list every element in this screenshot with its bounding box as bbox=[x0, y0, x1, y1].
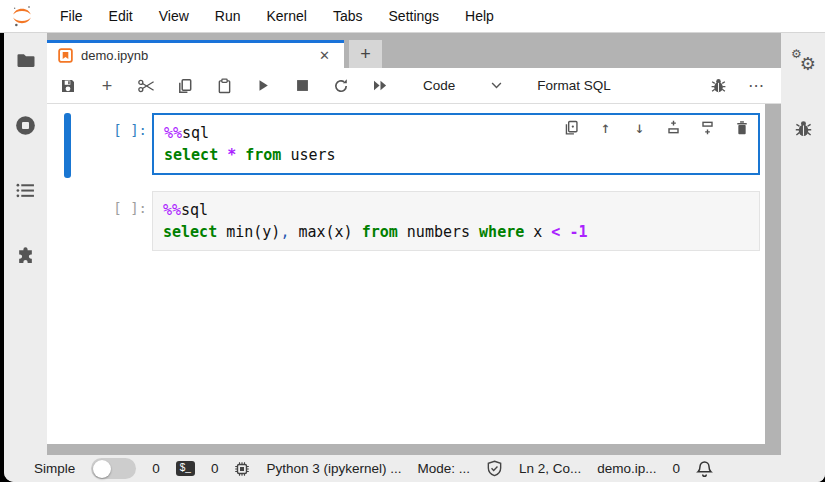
restart-kernel-icon[interactable] bbox=[332, 77, 350, 95]
run-icon[interactable] bbox=[254, 77, 272, 95]
toggle-knob bbox=[93, 460, 111, 478]
running-kernels-icon[interactable] bbox=[12, 111, 40, 139]
more-commands-icon[interactable]: ⋯ bbox=[748, 76, 765, 95]
dock-panel: demo.ipynb ✕ + + bbox=[47, 33, 781, 455]
kernel-status[interactable]: Python 3 (ipykernel) ... bbox=[266, 461, 401, 476]
menu-help[interactable]: Help bbox=[452, 8, 507, 24]
code-cell-editor[interactable]: %%sqlselect min(y), max(x) from numbers … bbox=[152, 191, 760, 251]
tab-bar: demo.ipynb ✕ + bbox=[47, 33, 781, 68]
simple-mode-label: Simple bbox=[34, 461, 75, 476]
menu-file[interactable]: File bbox=[47, 8, 96, 24]
menu-run[interactable]: Run bbox=[202, 8, 254, 24]
copy-icon[interactable] bbox=[176, 77, 194, 95]
move-cell-up-icon[interactable]: ↑ bbox=[597, 119, 614, 136]
terminals-count[interactable]: 0 bbox=[152, 461, 160, 476]
left-sidebar bbox=[4, 33, 47, 455]
file-browser-icon[interactable] bbox=[12, 46, 40, 74]
bell-icon[interactable] bbox=[696, 460, 713, 478]
add-cell-icon[interactable]: + bbox=[98, 77, 116, 95]
duplicate-cell-icon[interactable] bbox=[563, 119, 580, 136]
jupyter-logo-icon bbox=[7, 3, 37, 29]
plus-icon: + bbox=[360, 44, 371, 65]
debugger-icon[interactable] bbox=[789, 114, 817, 142]
save-icon[interactable] bbox=[59, 77, 77, 95]
cell-type-dropdown[interactable]: Code bbox=[423, 78, 502, 93]
insert-cell-above-icon[interactable] bbox=[665, 119, 682, 136]
notebook-toolbar: + bbox=[47, 68, 781, 104]
terminal-icon[interactable]: $_ bbox=[176, 461, 195, 476]
bug-toggle-icon[interactable] bbox=[709, 77, 727, 95]
notebook-panel: [ ]: %%sqlselect * from users ↑ ↓ bbox=[47, 104, 765, 444]
active-file-status[interactable]: demo.ip... bbox=[597, 461, 656, 476]
table-of-contents-icon[interactable] bbox=[12, 176, 40, 204]
tab-close-icon[interactable]: ✕ bbox=[315, 48, 334, 63]
trust-shield-icon bbox=[486, 460, 503, 477]
new-tab-button[interactable]: + bbox=[349, 40, 382, 68]
kernel-chip-icon[interactable] bbox=[234, 461, 250, 477]
kernels-count[interactable]: 0 bbox=[211, 461, 219, 476]
paste-icon[interactable] bbox=[215, 77, 233, 95]
right-sidebar: ⚙⚙ bbox=[781, 33, 825, 455]
simple-mode-toggle[interactable] bbox=[91, 458, 136, 479]
move-cell-down-icon[interactable]: ↓ bbox=[631, 119, 648, 136]
command-mode-status[interactable]: Mode: ... bbox=[417, 461, 470, 476]
menu-kernel[interactable]: Kernel bbox=[253, 8, 319, 24]
menu-settings[interactable]: Settings bbox=[376, 8, 453, 24]
cell-input-prompt: [ ]: bbox=[83, 119, 147, 141]
cell-input-prompt: [ ]: bbox=[83, 197, 147, 219]
delete-cell-icon[interactable] bbox=[733, 119, 750, 136]
cut-icon[interactable] bbox=[137, 77, 155, 95]
menu-bar: File Edit View Run Kernel Tabs Settings … bbox=[0, 0, 825, 33]
notifications-count[interactable]: 0 bbox=[673, 461, 681, 476]
tab-title: demo.ipynb bbox=[81, 48, 307, 63]
cell-toolbar: ↑ ↓ bbox=[563, 119, 750, 136]
app-window: ⚙⚙ demo.ipynb ✕ bbox=[4, 33, 825, 482]
cell-type-value: Code bbox=[423, 78, 455, 93]
insert-cell-below-icon[interactable] bbox=[699, 119, 716, 136]
notebook-scroll-area[interactable]: [ ]: %%sqlselect * from users ↑ ↓ bbox=[47, 104, 781, 455]
property-inspector-icon[interactable]: ⚙⚙ bbox=[789, 49, 817, 77]
menu-edit[interactable]: Edit bbox=[96, 8, 146, 24]
format-sql-button[interactable]: Format SQL bbox=[537, 78, 611, 93]
restart-run-all-icon[interactable] bbox=[371, 77, 389, 95]
cell-collapser[interactable] bbox=[64, 113, 71, 178]
extension-manager-icon[interactable] bbox=[12, 241, 40, 269]
stop-icon[interactable] bbox=[293, 77, 311, 95]
menu-view[interactable]: View bbox=[146, 8, 202, 24]
notebook-file-icon bbox=[58, 48, 73, 63]
menu-tabs[interactable]: Tabs bbox=[320, 8, 376, 24]
tab-demo-ipynb[interactable]: demo.ipynb ✕ bbox=[47, 40, 344, 68]
chevron-down-icon bbox=[491, 82, 502, 89]
cursor-position-status[interactable]: Ln 2, Co... bbox=[519, 461, 581, 476]
status-bar: Simple 0 $_ 0 Python 3 (ipykernel) ... M… bbox=[4, 455, 825, 482]
code-cell-editor[interactable]: %%sqlselect * from users ↑ ↓ bbox=[152, 113, 760, 175]
